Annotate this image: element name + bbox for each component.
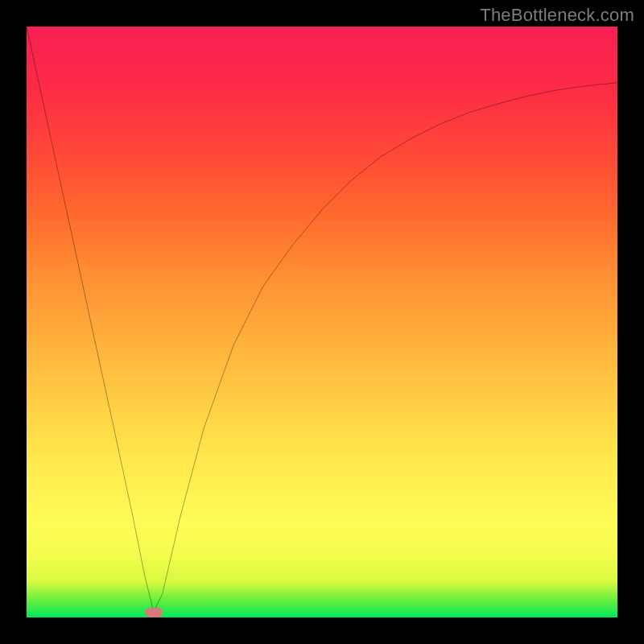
bottleneck-curve: [27, 27, 617, 617]
watermark-text: TheBottleneck.com: [480, 5, 634, 26]
chart-frame: TheBottleneck.com: [0, 0, 644, 644]
minimum-marker: [145, 608, 163, 617]
plot-area: [27, 27, 617, 617]
